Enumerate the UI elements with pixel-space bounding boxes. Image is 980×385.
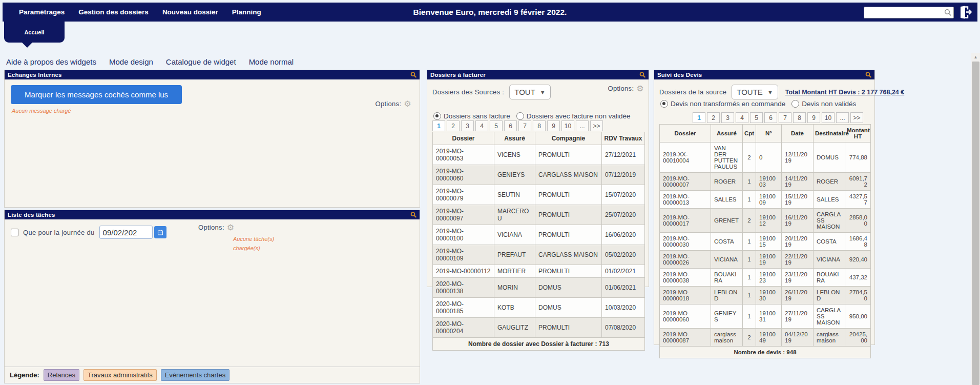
table-cell: PROMULTI <box>535 185 602 205</box>
gear-icon[interactable]: ⚙ <box>404 100 411 108</box>
table-row[interactable]: 2019-MO-00000030COSTA1191001520/11/2019C… <box>660 233 871 251</box>
page-button[interactable]: 3 <box>721 112 734 123</box>
zoom-icon[interactable] <box>410 71 417 80</box>
table-cell: MARCEROU <box>494 205 535 225</box>
table-cell: 2019-MO-00000109 <box>433 245 494 265</box>
page-button[interactable]: 9 <box>807 112 820 123</box>
table-cell: 16/11/2019 <box>782 209 814 233</box>
source-select[interactable]: TOUTE ▼ <box>732 85 778 99</box>
table-row[interactable]: 2019-XX-00010004VAN DER PUTTEN PAULUS201… <box>660 143 871 173</box>
table-row[interactable]: 2019-MO-00000060GENIEYS1191003127/11/201… <box>660 305 871 329</box>
page-button[interactable]: 2 <box>707 112 720 123</box>
page-button[interactable]: 4 <box>736 112 748 123</box>
search-icon[interactable] <box>944 9 952 18</box>
page-button[interactable]: 7 <box>779 112 791 123</box>
scrollbar-thumb[interactable] <box>972 62 979 385</box>
calendar-icon[interactable] <box>154 226 166 238</box>
nav-item-gestion-des-dossiers[interactable]: Gestion des dossiers <box>78 8 149 16</box>
widget-echanges-internes: Echanges Internes Marquer les messages c… <box>4 70 420 208</box>
table-row[interactable]: 2019-MO-00000060GENIEYSCARGLASS MAISON07… <box>433 165 645 185</box>
logout-icon[interactable] <box>958 5 972 19</box>
gear-icon[interactable]: ⚙ <box>636 85 644 92</box>
table-cell: 774,88 <box>845 143 871 173</box>
radio-dossiers-avec-facture-non-validee[interactable] <box>516 112 524 120</box>
nav-item-nouveau-dossier[interactable]: Nouveau dossier <box>162 8 218 16</box>
page-button[interactable]: ... <box>836 112 849 123</box>
source-select-value: TOUT <box>514 88 535 96</box>
table-row[interactable]: 2019-MO-00000100VICIANAPROMULTI16/06/202… <box>433 225 645 245</box>
zoom-icon[interactable] <box>410 211 417 220</box>
page-button[interactable]: >> <box>850 112 863 123</box>
table-row[interactable]: 2019-MO-00000087carglass maison219100490… <box>660 329 871 347</box>
page-button-active[interactable]: 1 <box>432 120 445 131</box>
options-label: Options: <box>608 85 634 92</box>
legend-chip-evenements-chartes[interactable]: Evénements chartes <box>161 369 230 381</box>
page-button[interactable]: ... <box>576 120 589 131</box>
page-button[interactable]: 6 <box>764 112 777 123</box>
table-row[interactable]: 2019-MO-00000026VICIANA1191001922/11/201… <box>660 251 871 269</box>
page-button[interactable]: 7 <box>518 120 531 131</box>
table-footer-row: Nombre de devis : 948 <box>660 347 871 358</box>
widget-toolbar: Aide à propos des widgetsMode designCata… <box>6 57 294 66</box>
table-row[interactable]: 2019-MO-00000079SEUTINPROMULTI15/07/2020 <box>433 185 645 205</box>
search-input[interactable] <box>866 8 944 17</box>
page-button[interactable]: 6 <box>504 120 517 131</box>
link-aide-a-propos-des-widgets[interactable]: Aide à propos des widgets <box>6 57 96 66</box>
page-button[interactable]: 5 <box>490 120 503 131</box>
page-button[interactable]: 9 <box>547 120 560 131</box>
legend-chip-relances[interactable]: Relances <box>44 369 79 381</box>
gear-icon[interactable]: ⚙ <box>227 224 235 231</box>
table-row[interactable]: 2020-MO-00000185KOTBDOMUS10/03/2020 <box>433 298 645 318</box>
vertical-scrollbar[interactable]: ▲ <box>971 53 980 385</box>
table-cell: 2019-XX-00010004 <box>660 143 711 173</box>
mark-messages-read-button[interactable]: Marquer les messages cochés comme lus <box>11 85 182 104</box>
table-cell: KOTB <box>494 298 535 318</box>
day-only-checkbox[interactable] <box>11 229 18 236</box>
radio-devis-non-valides[interactable] <box>791 100 799 108</box>
table-row[interactable]: 2019-MO-00000007ROGER1191000314/11/2019R… <box>660 173 871 191</box>
scroll-up-arrow[interactable]: ▲ <box>971 53 980 62</box>
table-row[interactable]: 2019-MO-00000018LEBLOND1191003026/11/201… <box>660 287 871 305</box>
page-button[interactable]: 2 <box>447 120 460 131</box>
date-input[interactable] <box>99 226 153 239</box>
radio-dossiers-sans-facture[interactable] <box>433 112 441 120</box>
table-row[interactable]: 2020-MO-00000204GAUGLITZPROMULTI07/08/20… <box>433 318 645 338</box>
table-cell: SEUTIN <box>494 185 535 205</box>
page-button[interactable]: 3 <box>461 120 474 131</box>
tab-accueil[interactable]: Accueil <box>4 22 65 43</box>
total-montant-link[interactable]: Total Montant HT Devis : 2 177 768,24 € <box>785 89 904 96</box>
link-mode-normal[interactable]: Mode normal <box>249 57 294 66</box>
link-mode-design[interactable]: Mode design <box>109 57 153 66</box>
table-row[interactable]: 2019-MO-00000097MARCEROUPROMULTI25/07/20… <box>433 205 645 225</box>
table-row[interactable]: 2020-MO-00000138MORINDOMUS01/06/2021 <box>433 278 645 298</box>
page-button[interactable]: 4 <box>475 120 488 131</box>
nav-item-planning[interactable]: Planning <box>232 8 261 16</box>
legend-chip-travaux-administratifs[interactable]: Travaux administratifs <box>84 369 157 381</box>
page-button-active[interactable]: 1 <box>693 112 705 123</box>
page-button[interactable]: 10 <box>822 112 835 123</box>
table-row[interactable]: 2019-MO-00000112MORTIERPROMULTI01/02/202… <box>433 265 645 278</box>
link-catalogue-de-widget[interactable]: Catalogue de widget <box>166 57 236 66</box>
table-row[interactable]: 2019-MO-00000053VICENSPROMULTI27/12/2021 <box>433 145 645 165</box>
table-cell: MORTIER <box>494 265 535 278</box>
day-filter-row: Que pour la journée du <box>11 226 166 239</box>
table-cell: 01/02/2021 <box>602 265 645 278</box>
table-row[interactable]: 2019-MO-00000109PREFAUTCARGLASS MAISON05… <box>433 245 645 265</box>
nav-item-parametrages[interactable]: Paramétrages <box>19 8 65 16</box>
page-button[interactable]: 5 <box>750 112 763 123</box>
table-row[interactable]: 2019-MO-00000038BOUAKIRA1191002323/11/20… <box>660 269 871 287</box>
zoom-icon[interactable] <box>865 71 872 80</box>
table-cell: 1 <box>743 173 756 191</box>
table-row[interactable]: 2019-MO-00000017GRENET2191001216/11/2019… <box>660 209 871 233</box>
radio-devis-non-transformes-en-commande[interactable] <box>660 100 668 108</box>
table-row[interactable]: 2019-MO-00000013SALLES1191000915/11/2019… <box>660 191 871 209</box>
source-select[interactable]: TOUT ▼ <box>509 85 550 99</box>
table-cell: 2019-MO-00000013 <box>660 191 711 209</box>
page-button[interactable]: 8 <box>533 120 546 131</box>
page-button[interactable]: 10 <box>561 120 574 131</box>
search-box[interactable] <box>864 7 954 18</box>
zoom-icon[interactable] <box>639 71 646 80</box>
page-button[interactable]: >> <box>590 120 603 131</box>
table-cell: 27/11/2019 <box>782 305 814 329</box>
page-button[interactable]: 8 <box>793 112 806 123</box>
